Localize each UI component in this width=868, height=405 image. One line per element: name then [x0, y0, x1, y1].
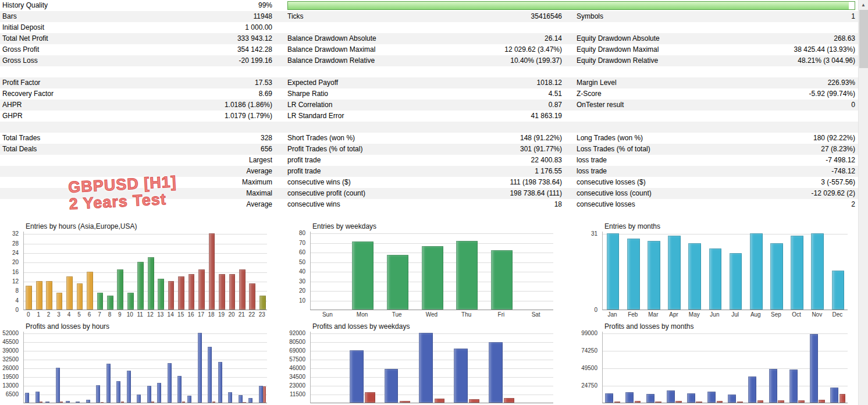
- x-axis-label: 20: [226, 311, 237, 318]
- history-quality-fill: [288, 2, 849, 9]
- bar: [107, 296, 113, 310]
- bar: [239, 269, 246, 310]
- bar: [778, 400, 784, 403]
- spacer: [562, 133, 577, 144]
- stat-label: Initial Deposit: [0, 22, 140, 33]
- y-axis-label: 6500: [6, 391, 19, 398]
- stat-label: OnTester result: [577, 100, 719, 111]
- stat-value: [719, 122, 858, 133]
- scrollbar[interactable]: ▲: [858, 0, 868, 405]
- bar: [263, 386, 266, 403]
- spacer: [272, 122, 287, 133]
- x-axis: 01234567891011121314151617181920212223: [23, 311, 266, 318]
- chart-pl-by-months: Profits and losses by months 24750495007…: [579, 322, 847, 405]
- gridline: [24, 342, 267, 343]
- table-row: Recovery Factor8.69Sharpe Ratio4.51Z-Sco…: [0, 88, 858, 100]
- x-axis-label: 21: [237, 311, 247, 318]
- bar: [117, 269, 123, 310]
- x-axis-label: 23: [257, 311, 268, 318]
- stat-value: 180 (92.22%): [719, 133, 858, 144]
- bar: [605, 393, 613, 403]
- bar: [832, 271, 845, 310]
- bar: [77, 283, 83, 310]
- stat-label: Loss Trades (% of total): [577, 144, 719, 155]
- stat-label: Total Trades: [0, 133, 140, 144]
- spacer: [272, 133, 287, 144]
- chart-entries-by-weekdays: Entries by weekdays 1020304050607080 Sun…: [288, 222, 553, 319]
- chart-title: Profits and losses by months: [604, 322, 693, 331]
- bar: [491, 250, 513, 310]
- stat-value: -12 029.62 (2): [719, 188, 858, 199]
- stat-value: [456, 66, 562, 77]
- bar: [627, 239, 640, 310]
- table-row: Initial Deposit1 000.00: [0, 22, 858, 33]
- x-axis-label: Jan: [602, 311, 622, 318]
- y-axis-label: 24: [12, 250, 19, 257]
- bar: [148, 257, 154, 310]
- bar: [791, 236, 803, 310]
- table-row: [0, 66, 858, 77]
- stat-label: consecutive losses ($): [577, 177, 719, 188]
- stat-value: 17.53: [140, 77, 272, 88]
- bar: [646, 394, 654, 403]
- stat-label: Balance Drawdown Relative: [287, 55, 456, 66]
- bar: [60, 402, 63, 403]
- stat-label: [577, 66, 719, 77]
- bar: [121, 402, 124, 403]
- y-axis-label: 19500: [2, 374, 19, 381]
- stat-value: [456, 22, 562, 33]
- bar: [750, 233, 763, 310]
- stat-label: loss trade: [577, 166, 719, 177]
- table-row: Gross Profit354 142.28Balance Drawdown M…: [0, 44, 858, 55]
- bar: [769, 369, 777, 403]
- bar: [219, 274, 225, 310]
- spacer: [272, 0, 287, 11]
- bar: [400, 401, 410, 403]
- bar: [101, 402, 104, 403]
- x-axis-label: Fri: [484, 311, 519, 318]
- x-axis-label: 2: [44, 311, 54, 318]
- y-axis-label: 70: [299, 240, 305, 247]
- y-axis: 031: [577, 232, 599, 310]
- x-axis-label: 22: [247, 311, 257, 318]
- x-axis-label: 18: [206, 311, 216, 318]
- stat-value: 1.0179 (1.79%): [140, 111, 272, 122]
- bar: [717, 401, 723, 403]
- bar: [810, 334, 818, 403]
- bar: [198, 333, 202, 403]
- stat-value: 18: [456, 199, 562, 210]
- scroll-up-button[interactable]: ▲: [859, 0, 868, 10]
- bar: [182, 402, 185, 403]
- gridline: [24, 262, 267, 263]
- table-row: Averageprofit trade1 176.55loss trade-74…: [0, 166, 858, 177]
- stat-value: 333 943.12: [140, 33, 272, 44]
- table-row: Averageconsecutive wins18consecutive los…: [0, 199, 858, 210]
- stat-label: [577, 22, 719, 33]
- stat-value: -7 498.12: [719, 155, 858, 166]
- x-axis-label: Jun: [705, 311, 725, 318]
- bar: [419, 333, 433, 403]
- stat-label: [577, 111, 719, 122]
- bar: [668, 236, 681, 310]
- stat-value: 354 142.28: [140, 44, 272, 55]
- stat-value: -5.92 (99.74%): [719, 88, 858, 100]
- bar: [25, 393, 29, 403]
- stat-label: [0, 66, 140, 77]
- bar: [757, 400, 764, 403]
- bar: [178, 276, 184, 310]
- bar: [45, 402, 49, 403]
- table-row: AHPR1.0186 (1.86%)LR Correlation0.87OnTe…: [0, 100, 858, 111]
- stat-value: 0.87: [456, 100, 562, 111]
- stat-value: 12 029.62 (3.47%): [456, 44, 562, 55]
- y-axis-label: 39000: [2, 347, 19, 354]
- y-axis-label: 80: [299, 230, 305, 237]
- bar: [748, 376, 756, 403]
- bar: [456, 241, 478, 310]
- stat-label: Gross Loss: [0, 55, 140, 66]
- spacer: [272, 166, 287, 177]
- scrollbar-thumb[interactable]: [859, 10, 868, 68]
- bar: [789, 370, 798, 403]
- bar: [798, 400, 805, 403]
- spacer: [562, 144, 577, 155]
- stat-value: 4.51: [456, 88, 562, 100]
